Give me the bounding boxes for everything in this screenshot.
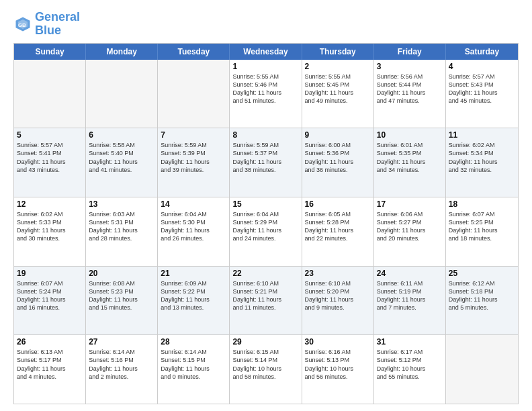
day-info: Sunrise: 6:12 AM Sunset: 5:18 PM Dayligh… (449, 279, 515, 312)
day-info: Sunrise: 6:00 AM Sunset: 5:36 PM Dayligh… (305, 141, 371, 174)
calendar-row-1: 1Sunrise: 5:55 AM Sunset: 5:46 PM Daylig… (14, 60, 518, 128)
day-cell-27: 27Sunrise: 6:14 AM Sunset: 5:16 PM Dayli… (86, 335, 158, 404)
day-cell-12: 12Sunrise: 6:02 AM Sunset: 5:33 PM Dayli… (14, 197, 86, 266)
weekday-header-tuesday: Tuesday (158, 44, 230, 60)
day-number: 8 (232, 130, 298, 140)
day-info: Sunrise: 6:07 AM Sunset: 5:25 PM Dayligh… (449, 210, 515, 243)
calendar-row-5: 26Sunrise: 6:13 AM Sunset: 5:17 PM Dayli… (14, 334, 518, 404)
day-cell-13: 13Sunrise: 6:03 AM Sunset: 5:31 PM Dayli… (86, 197, 158, 266)
day-cell-2: 2Sunrise: 5:55 AM Sunset: 5:45 PM Daylig… (302, 60, 374, 128)
day-cell-28: 28Sunrise: 6:14 AM Sunset: 5:15 PM Dayli… (158, 335, 230, 404)
day-number: 30 (305, 337, 371, 347)
empty-cell (158, 60, 230, 128)
page: GB General Blue SundayMondayTuesdayWedne… (0, 0, 532, 411)
day-info: Sunrise: 6:13 AM Sunset: 5:17 PM Dayligh… (17, 348, 83, 381)
day-number: 20 (89, 269, 154, 278)
day-info: Sunrise: 6:10 AM Sunset: 5:20 PM Dayligh… (305, 279, 371, 312)
empty-cell (86, 60, 158, 128)
day-number: 7 (161, 130, 226, 140)
day-number: 19 (17, 269, 83, 278)
day-cell-11: 11Sunrise: 6:02 AM Sunset: 5:34 PM Dayli… (446, 128, 518, 197)
day-cell-10: 10Sunrise: 6:01 AM Sunset: 5:35 PM Dayli… (374, 128, 446, 197)
svg-text:GB: GB (18, 22, 26, 28)
calendar-row-3: 12Sunrise: 6:02 AM Sunset: 5:33 PM Dayli… (14, 197, 518, 266)
day-cell-7: 7Sunrise: 5:59 AM Sunset: 5:39 PM Daylig… (158, 128, 230, 197)
day-info: Sunrise: 5:56 AM Sunset: 5:44 PM Dayligh… (377, 73, 443, 105)
day-number: 6 (89, 130, 154, 140)
day-cell-23: 23Sunrise: 6:10 AM Sunset: 5:20 PM Dayli… (302, 267, 374, 335)
day-info: Sunrise: 6:10 AM Sunset: 5:21 PM Dayligh… (232, 279, 298, 312)
day-cell-18: 18Sunrise: 6:07 AM Sunset: 5:25 PM Dayli… (446, 197, 518, 266)
day-cell-29: 29Sunrise: 6:15 AM Sunset: 5:14 PM Dayli… (230, 335, 302, 404)
weekday-header-saturday: Saturday (446, 44, 518, 60)
day-info: Sunrise: 5:59 AM Sunset: 5:39 PM Dayligh… (161, 141, 226, 174)
day-cell-30: 30Sunrise: 6:16 AM Sunset: 5:13 PM Dayli… (302, 335, 374, 404)
day-info: Sunrise: 6:09 AM Sunset: 5:22 PM Dayligh… (161, 279, 226, 312)
day-number: 27 (89, 337, 154, 347)
day-number: 14 (161, 199, 226, 209)
day-cell-17: 17Sunrise: 6:06 AM Sunset: 5:27 PM Dayli… (374, 197, 446, 266)
calendar-row-4: 19Sunrise: 6:07 AM Sunset: 5:24 PM Dayli… (14, 266, 518, 335)
day-cell-6: 6Sunrise: 5:58 AM Sunset: 5:40 PM Daylig… (86, 128, 158, 197)
day-number: 16 (305, 199, 371, 209)
header: GB General Blue (13, 11, 519, 38)
day-info: Sunrise: 6:15 AM Sunset: 5:14 PM Dayligh… (232, 348, 298, 381)
day-cell-1: 1Sunrise: 5:55 AM Sunset: 5:46 PM Daylig… (230, 60, 302, 128)
logo-blue: Blue (35, 24, 61, 37)
day-number: 21 (161, 269, 226, 278)
day-info: Sunrise: 6:05 AM Sunset: 5:28 PM Dayligh… (305, 210, 371, 243)
day-cell-31: 31Sunrise: 6:17 AM Sunset: 5:12 PM Dayli… (374, 335, 446, 404)
day-number: 5 (17, 130, 83, 140)
day-info: Sunrise: 5:59 AM Sunset: 5:37 PM Dayligh… (232, 141, 298, 174)
calendar-header: SundayMondayTuesdayWednesdayThursdayFrid… (14, 44, 518, 60)
day-number: 26 (17, 337, 83, 347)
day-cell-4: 4Sunrise: 5:57 AM Sunset: 5:43 PM Daylig… (446, 60, 518, 128)
day-cell-25: 25Sunrise: 6:12 AM Sunset: 5:18 PM Dayli… (446, 267, 518, 335)
logo: GB General Blue (13, 11, 80, 38)
logo-text: General Blue (35, 11, 80, 38)
day-info: Sunrise: 6:02 AM Sunset: 5:34 PM Dayligh… (449, 141, 515, 174)
weekday-header-friday: Friday (374, 44, 446, 60)
day-cell-16: 16Sunrise: 6:05 AM Sunset: 5:28 PM Dayli… (302, 197, 374, 266)
day-cell-5: 5Sunrise: 5:57 AM Sunset: 5:41 PM Daylig… (14, 128, 86, 197)
day-info: Sunrise: 6:03 AM Sunset: 5:31 PM Dayligh… (89, 210, 154, 243)
day-info: Sunrise: 6:04 AM Sunset: 5:29 PM Dayligh… (232, 210, 298, 243)
day-info: Sunrise: 6:14 AM Sunset: 5:15 PM Dayligh… (161, 348, 226, 381)
day-info: Sunrise: 6:16 AM Sunset: 5:13 PM Dayligh… (305, 348, 371, 381)
day-number: 24 (377, 269, 443, 278)
weekday-header-sunday: Sunday (14, 44, 86, 60)
day-number: 22 (232, 269, 298, 278)
day-cell-22: 22Sunrise: 6:10 AM Sunset: 5:21 PM Dayli… (230, 267, 302, 335)
day-number: 31 (377, 337, 443, 347)
day-number: 11 (449, 130, 515, 140)
day-info: Sunrise: 6:14 AM Sunset: 5:16 PM Dayligh… (89, 348, 154, 381)
day-number: 2 (305, 62, 371, 71)
empty-cell (14, 60, 86, 128)
day-info: Sunrise: 6:02 AM Sunset: 5:33 PM Dayligh… (17, 210, 83, 243)
day-number: 15 (232, 199, 298, 209)
empty-cell (446, 335, 518, 404)
calendar: SundayMondayTuesdayWednesdayThursdayFrid… (13, 43, 519, 404)
day-info: Sunrise: 5:57 AM Sunset: 5:41 PM Dayligh… (17, 141, 83, 174)
weekday-header-monday: Monday (86, 44, 158, 60)
day-number: 12 (17, 199, 83, 209)
day-number: 28 (161, 337, 226, 347)
calendar-row-2: 5Sunrise: 5:57 AM Sunset: 5:41 PM Daylig… (14, 128, 518, 197)
day-info: Sunrise: 5:58 AM Sunset: 5:40 PM Dayligh… (89, 141, 154, 174)
day-info: Sunrise: 6:08 AM Sunset: 5:23 PM Dayligh… (89, 279, 154, 312)
day-info: Sunrise: 5:57 AM Sunset: 5:43 PM Dayligh… (449, 73, 515, 105)
day-number: 25 (449, 269, 515, 278)
day-number: 9 (305, 130, 371, 140)
day-number: 18 (449, 199, 515, 209)
day-cell-3: 3Sunrise: 5:56 AM Sunset: 5:44 PM Daylig… (374, 60, 446, 128)
day-info: Sunrise: 6:11 AM Sunset: 5:19 PM Dayligh… (377, 279, 443, 312)
logo-icon: GB (13, 15, 32, 34)
day-cell-15: 15Sunrise: 6:04 AM Sunset: 5:29 PM Dayli… (230, 197, 302, 266)
day-cell-8: 8Sunrise: 5:59 AM Sunset: 5:37 PM Daylig… (230, 128, 302, 197)
day-cell-14: 14Sunrise: 6:04 AM Sunset: 5:30 PM Dayli… (158, 197, 230, 266)
day-number: 4 (449, 62, 515, 71)
day-number: 13 (89, 199, 154, 209)
calendar-body: 1Sunrise: 5:55 AM Sunset: 5:46 PM Daylig… (14, 60, 518, 404)
day-number: 17 (377, 199, 443, 209)
day-cell-20: 20Sunrise: 6:08 AM Sunset: 5:23 PM Dayli… (86, 267, 158, 335)
